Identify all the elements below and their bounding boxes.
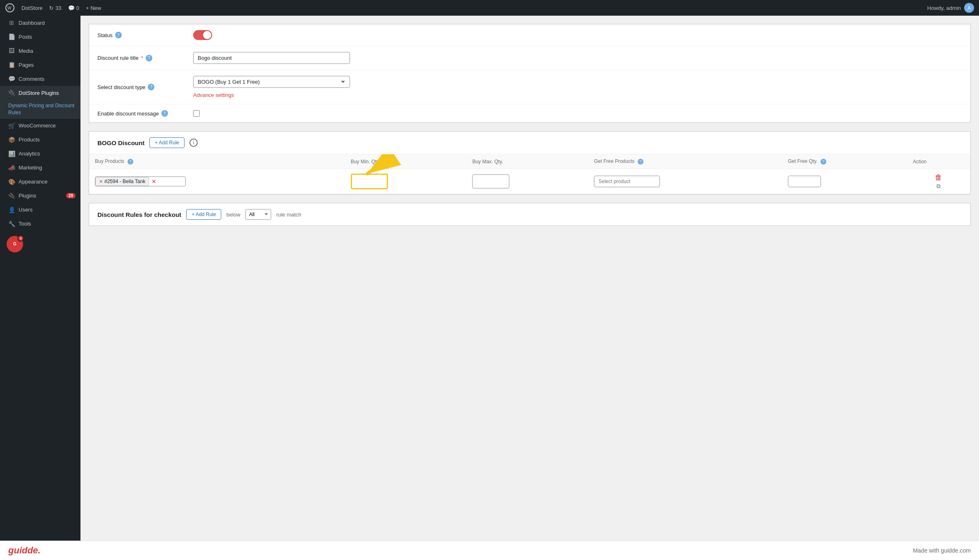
marketing-icon: 📣 <box>8 164 15 172</box>
toggle-knob <box>203 31 211 39</box>
posts-icon: 📄 <box>8 33 15 40</box>
col-buy-max-qty: Buy Max. Qty. <box>466 154 588 169</box>
buy-products-help-icon[interactable]: ? <box>128 159 133 165</box>
get-free-products-cell <box>588 169 782 194</box>
users-icon: 👤 <box>8 206 15 214</box>
sidebar-item-posts[interactable]: 📄 Posts <box>0 30 80 44</box>
advance-settings-link[interactable]: Advance settings <box>193 92 234 98</box>
discount-title-label: Discount rule title * ? <box>97 55 188 61</box>
sidebar-item-dashboard[interactable]: ⊞ Dashboard <box>0 16 80 30</box>
sidebar-item-marketing[interactable]: 📣 Marketing <box>0 161 80 175</box>
get-free-help-icon[interactable]: ? <box>638 159 643 165</box>
remove-product-button[interactable]: ✕ <box>149 177 159 186</box>
sidebar-item-woocommerce[interactable]: 🛒 WooCommerce <box>0 119 80 133</box>
checkout-title: Discount Rules for checkout <box>97 211 181 218</box>
media-icon: 🖼 <box>8 47 15 54</box>
howdy-text: Howdy, admin <box>927 5 961 11</box>
admin-bar-left: W DotStore ↻ 33 💬 0 + New <box>5 3 921 13</box>
copy-row-button[interactable]: ⧉ <box>936 183 941 190</box>
content-wrap: Status ? Discount rule title * ? <box>80 16 979 234</box>
new-button[interactable]: + New <box>86 5 101 11</box>
bogo-table: Buy Products ? Buy Min. Qty. Buy Max. Qt… <box>89 154 970 194</box>
get-free-qty-input[interactable] <box>788 176 821 187</box>
status-label: Status ? <box>97 32 188 38</box>
appearance-icon: 🎨 <box>8 178 15 186</box>
sidebar-item-media[interactable]: 🖼 Media <box>0 44 80 58</box>
sidebar-item-analytics[interactable]: 📊 Analytics <box>0 147 80 161</box>
site-name[interactable]: DotStore <box>21 5 43 11</box>
discount-message-control <box>193 110 962 117</box>
bogo-table-body: ✕ #2594 - Bella Tank ✕ <box>89 169 970 194</box>
buy-min-qty-spinner: ▲ ▼ <box>351 174 388 189</box>
col-action: Action <box>907 154 970 169</box>
add-rule-button[interactable]: + Add Rule <box>149 137 184 148</box>
checkout-section: Discount Rules for checkout + Add Rule b… <box>89 203 971 226</box>
plugins-icon: 🔌 <box>8 192 15 200</box>
col-get-free-products: Get Free Products ? <box>588 154 782 169</box>
buy-min-qty-cell: ▲ ▼ <box>345 169 467 194</box>
bogo-info-icon[interactable]: i <box>189 139 198 147</box>
buy-max-qty-input[interactable] <box>473 176 509 187</box>
products-icon: 📦 <box>8 136 15 144</box>
sidebar-item-products[interactable]: 📦 Products <box>0 133 80 147</box>
woocommerce-icon: 🛒 <box>8 122 15 129</box>
buy-max-qty-cell: ▲ ▼ <box>466 169 588 194</box>
title-help-icon[interactable]: ? <box>146 55 152 61</box>
discount-type-row: Select discount type ? BOGO (Buy 1 Get 1… <box>89 70 970 104</box>
admin-avatar[interactable]: A <box>964 3 974 13</box>
comment-icon: 💬 <box>68 5 75 11</box>
analytics-icon: 📊 <box>8 150 15 158</box>
sidebar-item-tools[interactable]: 🔧 Tools <box>0 217 80 231</box>
tools-icon: 🔧 <box>8 220 15 228</box>
sidebar-item-appearance[interactable]: 🎨 Appearance <box>0 175 80 189</box>
sidebar-item-comments[interactable]: 💬 Comments <box>0 72 80 86</box>
admin-bar-right: Howdy, admin A <box>927 3 974 13</box>
guidde-circle: G 9 <box>7 236 23 252</box>
main-content: Status ? Discount rule title * ? <box>80 16 979 541</box>
table-header-row: Buy Products ? Buy Min. Qty. Buy Max. Qt… <box>89 154 970 169</box>
discount-message-label: Enable discount message ? <box>97 110 188 117</box>
get-free-qty-help-icon[interactable]: ? <box>821 159 826 165</box>
remove-tag-icon[interactable]: ✕ <box>99 179 103 184</box>
discount-type-help-icon[interactable]: ? <box>148 84 154 90</box>
buy-products-wrap: ✕ #2594 - Bella Tank ✕ <box>95 176 339 186</box>
comments-count[interactable]: 💬 0 <box>68 5 79 11</box>
buy-product-input-wrap: ✕ #2594 - Bella Tank ✕ <box>95 176 186 186</box>
table-row: ✕ #2594 - Bella Tank ✕ <box>89 169 970 194</box>
sidebar-item-dynamic-pricing[interactable]: Dynamic Pricing and Discount Rules <box>0 100 80 119</box>
updates-count[interactable]: ↻ 33 <box>49 5 61 11</box>
guidde-bottom-icon: G 9 <box>0 231 80 257</box>
discount-type-select[interactable]: BOGO (Buy 1 Get 1 Free) Percentage Disco… <box>193 76 350 88</box>
action-buttons: 🗑 ⧉ <box>913 173 965 190</box>
discount-title-input[interactable] <box>193 52 350 64</box>
below-label: below <box>226 212 240 218</box>
bogo-table-wrap: Buy Products ? Buy Min. Qty. Buy Max. Qt… <box>89 154 970 194</box>
discount-type-control: BOGO (Buy 1 Get 1 Free) Percentage Disco… <box>193 76 962 98</box>
status-toggle[interactable] <box>193 30 212 40</box>
get-free-product-input[interactable] <box>594 176 660 187</box>
wp-logo-item[interactable]: W <box>5 3 15 13</box>
status-row: Status ? <box>89 24 970 46</box>
discount-message-checkbox[interactable] <box>193 110 200 117</box>
sidebar-item-users[interactable]: 👤 Users <box>0 203 80 217</box>
buy-min-qty-input[interactable] <box>352 176 388 187</box>
sidebar-item-plugins[interactable]: 🔌 Plugins 29 <box>0 189 80 203</box>
all-rules-select[interactable]: All Any None <box>245 209 271 220</box>
status-help-icon[interactable]: ? <box>115 32 122 38</box>
sidebar: ⊞ Dashboard 📄 Posts 🖼 Media 📋 Pages 💬 Co… <box>0 16 80 541</box>
sidebar-item-dotstore[interactable]: 🔌 DotStore Plugins <box>0 86 80 100</box>
delete-row-button[interactable]: 🗑 <box>935 173 942 182</box>
message-help-icon[interactable]: ? <box>161 110 168 117</box>
col-buy-products: Buy Products ? <box>89 154 345 169</box>
bogo-table-head: Buy Products ? Buy Min. Qty. Buy Max. Qt… <box>89 154 970 169</box>
checkout-add-rule-button[interactable]: + Add Rule <box>186 209 221 220</box>
checkout-header: Discount Rules for checkout + Add Rule b… <box>89 203 970 226</box>
get-free-qty-cell <box>782 169 907 194</box>
bogo-title: BOGO Discount <box>97 139 144 146</box>
pages-icon: 📋 <box>8 61 15 68</box>
sidebar-item-pages[interactable]: 📋 Pages <box>0 58 80 72</box>
annotation-container: ▲ ▼ <box>351 174 388 189</box>
wordpress-icon: W <box>5 3 15 13</box>
action-cell: 🗑 ⧉ <box>907 169 970 194</box>
status-control <box>193 30 962 40</box>
